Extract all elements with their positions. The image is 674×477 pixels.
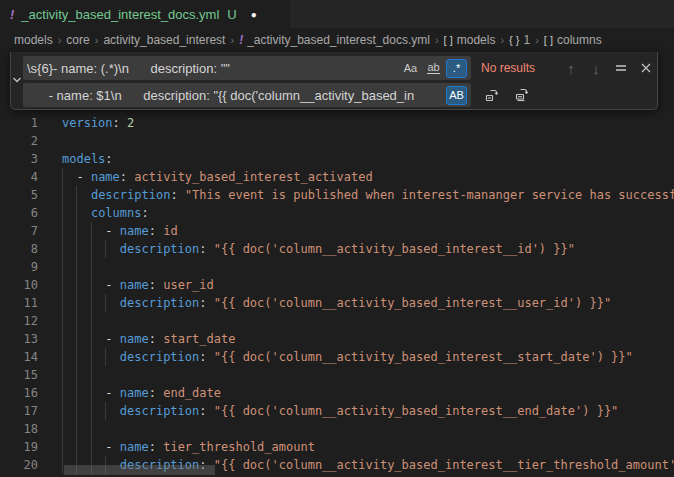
- code-line[interactable]: 15: [0, 366, 674, 384]
- line-number: 9: [0, 258, 38, 276]
- code-text: columns:: [62, 204, 149, 222]
- find-previous-button[interactable]: ↑: [560, 57, 582, 79]
- indent-guide: [76, 366, 77, 384]
- code-line[interactable]: 13 - name: start_date: [0, 330, 674, 348]
- code-text: - name: user_id: [62, 276, 214, 294]
- tab-filename: _activity_based_interest_docs.yml: [21, 7, 219, 22]
- breadcrumb-separator-icon: ›: [535, 34, 539, 46]
- code-text: - name: end_date: [62, 384, 221, 402]
- tab-active-file[interactable]: ! _activity_based_interest_docs.yml U ●: [0, 0, 290, 28]
- code-text: - name: tier_threshold_amount: [62, 438, 315, 456]
- regex-button[interactable]: .*: [446, 59, 467, 78]
- line-number: 20: [0, 456, 38, 474]
- find-replace-widget: \s{6}- name: (.*)\n description: "" Aa a…: [10, 52, 658, 110]
- code-line[interactable]: 1version: 2: [0, 114, 674, 132]
- yaml-file-icon: !: [10, 7, 14, 22]
- code-line[interactable]: 2: [0, 132, 674, 150]
- code-text: description: "This event is published wh…: [62, 186, 674, 204]
- preserve-case-button[interactable]: AB: [446, 86, 467, 105]
- breadcrumb-item[interactable]: models: [14, 33, 53, 47]
- code-text: - name: start_date: [62, 330, 235, 348]
- object-icon: { }: [509, 34, 519, 46]
- line-number: 6: [0, 204, 38, 222]
- match-case-button[interactable]: Aa: [400, 59, 421, 78]
- code-line[interactable]: 7 - name: id: [0, 222, 674, 240]
- find-input[interactable]: \s{6}- name: (.*)\n description: "" Aa a…: [23, 56, 471, 80]
- code-line[interactable]: 6 columns:: [0, 204, 674, 222]
- selection-icon: [614, 61, 628, 75]
- close-icon: [640, 62, 652, 74]
- indent-guide: [62, 366, 63, 384]
- code-line[interactable]: 3models:: [0, 150, 674, 168]
- breadcrumb-item[interactable]: activity_based_interest: [103, 33, 225, 47]
- line-number: 17: [0, 402, 38, 420]
- breadcrumb-separator-icon: ›: [95, 34, 99, 46]
- line-number: 1: [0, 114, 38, 132]
- code-line[interactable]: 18: [0, 420, 674, 438]
- find-results-status: No results: [481, 61, 551, 75]
- breadcrumb-label: 1: [524, 33, 531, 47]
- code-line[interactable]: 16 - name: end_date: [0, 384, 674, 402]
- line-number: 4: [0, 168, 38, 186]
- breadcrumb-label: models: [14, 33, 53, 47]
- code-area: 1version: 223models:4 - name: activity_b…: [0, 114, 674, 474]
- horizontal-scrollbar[interactable]: [64, 465, 215, 475]
- find-query-text: \s{6}- name: (.*)\n description: "": [27, 61, 398, 76]
- breadcrumb-item[interactable]: core: [66, 33, 89, 47]
- array-icon: [ ]: [544, 34, 553, 46]
- code-line[interactable]: 19 - name: tier_threshold_amount: [0, 438, 674, 456]
- code-line[interactable]: 14 description: "{{ doc('column__activit…: [0, 348, 674, 366]
- indent-guide: [76, 420, 77, 438]
- close-find-button[interactable]: [635, 57, 657, 79]
- code-line[interactable]: 5 description: "This event is published …: [0, 186, 674, 204]
- code-text: description: "{{ doc('column__activity_b…: [62, 348, 633, 366]
- tab-bar: ! _activity_based_interest_docs.yml U ●: [0, 0, 674, 28]
- line-number: 16: [0, 384, 38, 402]
- replace-all-icon: [514, 87, 530, 103]
- line-number: 2: [0, 132, 38, 150]
- replace-button[interactable]: [481, 84, 503, 106]
- code-line[interactable]: 10 - name: user_id: [0, 276, 674, 294]
- replace-input[interactable]: - name: $1\n description: "{{ doc('colum…: [23, 83, 471, 107]
- code-line[interactable]: 12: [0, 312, 674, 330]
- find-in-selection-button[interactable]: [610, 57, 632, 79]
- indent-guide: [62, 258, 63, 276]
- whole-word-button[interactable]: ab: [423, 59, 444, 78]
- code-text: description: "{{ doc('column__activity_b…: [62, 294, 611, 312]
- yaml-icon: !: [239, 33, 243, 47]
- breadcrumb-item[interactable]: { }1: [509, 33, 530, 47]
- indent-guide: [62, 312, 63, 330]
- indent-guide: [62, 420, 63, 438]
- indent-guide: [76, 312, 77, 330]
- replace-all-button[interactable]: [511, 84, 533, 106]
- breadcrumb-label: core: [66, 33, 89, 47]
- replace-row: - name: $1\n description: "{{ doc('colum…: [23, 83, 657, 107]
- code-line[interactable]: 8 description: "{{ doc('column__activity…: [0, 240, 674, 258]
- code-text: - name: id: [62, 222, 178, 240]
- breadcrumb-item[interactable]: [ ]models: [444, 33, 496, 47]
- dirty-indicator-icon[interactable]: ●: [251, 9, 257, 20]
- breadcrumb-label: activity_based_interest: [103, 33, 225, 47]
- code-line[interactable]: 11 description: "{{ doc('column__activit…: [0, 294, 674, 312]
- line-number: 18: [0, 420, 38, 438]
- git-untracked-badge: U: [227, 7, 236, 22]
- breadcrumb-separator-icon: ›: [500, 34, 504, 46]
- line-number: 3: [0, 150, 38, 168]
- find-next-button[interactable]: ↓: [585, 57, 607, 79]
- replace-icon: [484, 87, 500, 103]
- code-line[interactable]: 9: [0, 258, 674, 276]
- indent-guide: [91, 312, 92, 330]
- line-number: 14: [0, 348, 38, 366]
- breadcrumb-item[interactable]: !_activity_based_interest_docs.yml: [239, 33, 430, 47]
- replace-value-text: - name: $1\n description: "{{ doc('colum…: [27, 88, 444, 103]
- breadcrumb-separator-icon: ›: [230, 34, 234, 46]
- line-number: 13: [0, 330, 38, 348]
- code-editor[interactable]: 1version: 223models:4 - name: activity_b…: [0, 52, 674, 477]
- breadcrumb-item[interactable]: [ ]columns: [544, 33, 602, 47]
- find-row: \s{6}- name: (.*)\n description: "" Aa a…: [23, 56, 657, 80]
- line-number: 15: [0, 366, 38, 384]
- breadcrumb-label: columns: [557, 33, 602, 47]
- code-line[interactable]: 4 - name: activity_based_interest_activa…: [0, 168, 674, 186]
- code-line[interactable]: 17 description: "{{ doc('column__activit…: [0, 402, 674, 420]
- toggle-replace-button[interactable]: [11, 56, 23, 105]
